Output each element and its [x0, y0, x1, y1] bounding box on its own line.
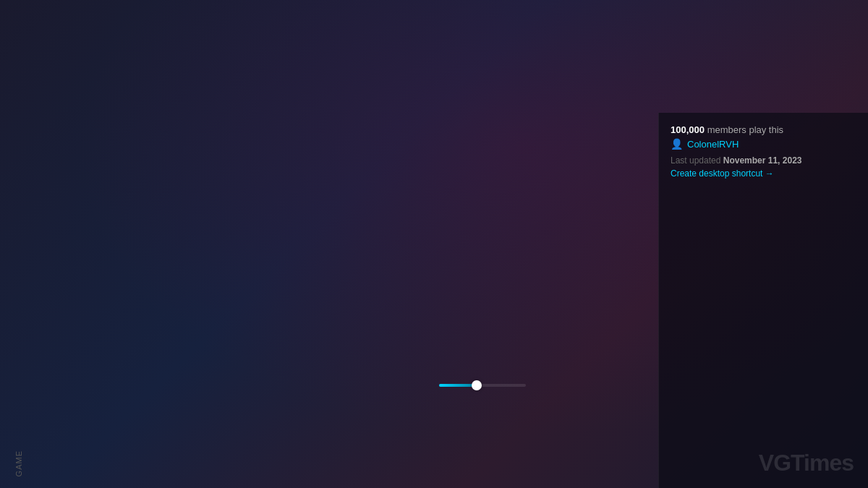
slider-fill-game-speed	[439, 384, 474, 387]
desktop-shortcut-label: Create desktop shortcut →	[671, 168, 774, 179]
slider-track-game-speed[interactable]	[439, 384, 526, 387]
slider-thumb-game-speed[interactable]	[472, 380, 482, 390]
right-info-panel: 100,000 members play this 👤 ColonelRVH L…	[658, 113, 868, 488]
members-count-number: 100,000	[671, 124, 705, 135]
desktop-shortcut-link[interactable]: Create desktop shortcut →	[671, 168, 856, 179]
creator-person-icon: 👤	[671, 138, 683, 150]
last-updated-date: November 11, 2023	[723, 155, 802, 166]
creator-row: 👤 ColonelRVH	[671, 138, 856, 150]
members-count: 100,000 members play this	[671, 124, 856, 135]
last-updated: Last updated November 11, 2023	[671, 155, 856, 166]
last-updated-label: Last updated	[671, 155, 720, 166]
sidebar-game-label: GAME	[14, 450, 23, 476]
creator-name[interactable]: ColonelRVH	[687, 139, 739, 150]
members-count-label: members play this	[707, 124, 783, 135]
